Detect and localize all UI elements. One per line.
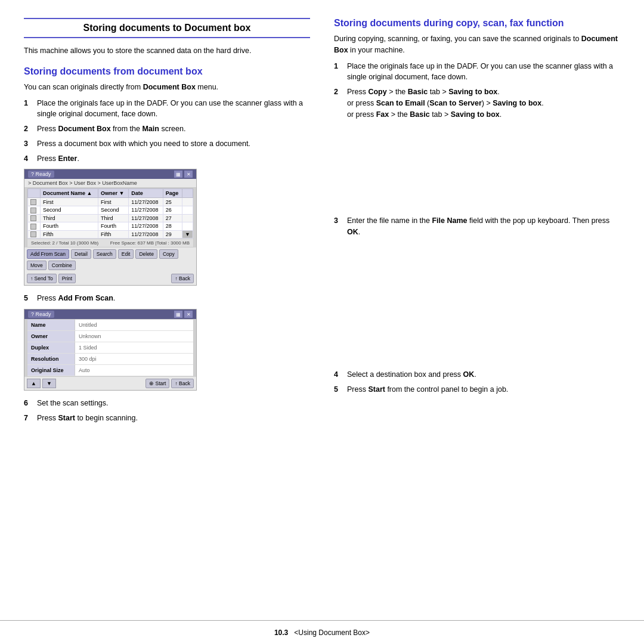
step-6-content: Set the scan settings. (37, 398, 310, 409)
form-label-owner: Owner (27, 331, 75, 342)
table-row: Third Third 11/27/2008 27 (28, 214, 193, 222)
btn-send-to[interactable]: ↑ Send To (27, 274, 57, 283)
row3-owner: Third (98, 214, 129, 222)
row2-extra (182, 206, 193, 214)
ui-titlebar-2: ? Ready ▦ ✕ (24, 309, 196, 319)
col-check (28, 189, 41, 198)
row1-page: 25 (163, 198, 182, 206)
col-page: Page (163, 189, 182, 198)
btn-move[interactable]: Move (27, 261, 47, 270)
btn-copy[interactable]: Copy (159, 249, 178, 259)
step-4-content: Press Enter. (37, 153, 310, 165)
row4-owner: Fourth (98, 222, 129, 231)
col-scroll (182, 189, 193, 198)
right-step-2-content: Press Copy > the Basic tab > Saving to b… (347, 86, 620, 120)
btn-print[interactable]: Print (58, 274, 76, 283)
main-title-box: Storing documents to Document box (24, 18, 310, 38)
row1-name: First (41, 198, 98, 206)
sub-title: Storing documents from document box (24, 66, 310, 77)
btn-search[interactable]: Search (93, 249, 116, 259)
step-2-num: 2 (24, 123, 32, 135)
btn-combine[interactable]: Combine (48, 261, 76, 270)
ui-icon-3[interactable]: ▦ (174, 311, 182, 318)
footer-text: <Using Document Box> (294, 628, 370, 637)
ui-button-row-1: Add From Scan Detail Search Edit Delete … (24, 247, 196, 272)
step-4-num: 4 (24, 153, 32, 165)
row5-date: 11/27/2008 (129, 230, 163, 239)
form-value-owner: Unknown (75, 331, 193, 342)
right-step-1: 1 Place the originals face up in the DAD… (334, 61, 620, 83)
step5-list: 5 Press Add From Scan. (24, 293, 310, 304)
table-row: First First 11/27/2008 25 (28, 198, 193, 206)
right-step-3: 3 Enter the file name in the File Name f… (334, 215, 620, 238)
step-2-content: Press Document Box from the Main screen. (37, 123, 310, 135)
ready-badge-2: ? Ready (28, 311, 54, 318)
form-row-resolution: Resolution 300 dpi (27, 354, 193, 365)
ui-form-bottom: ▲ ▼ ⊕ Start ↑ Back (24, 377, 196, 390)
row2-owner: Second (98, 206, 129, 214)
btn-delete[interactable]: Delete (135, 249, 157, 259)
ui-icon-2[interactable]: ✕ (184, 171, 193, 178)
step-6: 6 Set the scan settings. (24, 398, 310, 409)
step-1-num: 1 (24, 98, 32, 120)
table-row: Fourth Fourth 11/27/2008 28 (28, 222, 193, 231)
ui-titlebar-1: ? Ready ▦ ✕ (24, 169, 196, 179)
footer-page-num: 10.3 <Using Document Box> (274, 628, 370, 637)
right-step-4-num: 4 (334, 369, 342, 380)
btn-back-2[interactable]: ↑ Back (171, 379, 194, 388)
right-step-3-content: Enter the file name in the File Name fie… (347, 215, 620, 238)
btn-edit[interactable]: Edit (118, 249, 134, 259)
row4-date: 11/27/2008 (129, 222, 163, 231)
right-main-title: Storing documents during copy, scan, fax… (334, 18, 620, 29)
right-step-5: 5 Press Start from the control panel to … (334, 384, 620, 395)
ui-icons-2: ▦ ✕ (174, 311, 193, 318)
ui-bottom-row-1: ↑ Send To Print ↑ Back (24, 272, 196, 285)
right-step-2-num: 2 (334, 86, 342, 120)
ui-icon-1[interactable]: ▦ (174, 171, 182, 178)
row3-check (28, 214, 41, 222)
step-3: 3 Press a document box with which you ne… (24, 138, 310, 150)
bottom-left-btns: ↑ Send To Print (27, 274, 76, 283)
ui-breadcrumb-1: > Document Box > User Box > UserBoxName (24, 179, 196, 188)
row1-extra (182, 198, 193, 206)
step-3-content: Press a document box with which you need… (37, 138, 310, 150)
steps-list: 1 Place the originals face up in the DAD… (24, 98, 310, 165)
form-row-name: Name Untitled (27, 320, 193, 331)
row2-date: 11/27/2008 (129, 206, 163, 214)
btn-arrow-up[interactable]: ▲ (27, 379, 41, 388)
step-7-num: 7 (24, 413, 32, 424)
col-owner: Owner ▼ (98, 189, 129, 198)
row1-owner: First (98, 198, 129, 206)
right-step-5-num: 5 (334, 384, 342, 395)
btn-back-1[interactable]: ↑ Back (171, 274, 194, 283)
row4-page: 28 (163, 222, 182, 231)
step-5: 5 Press Add From Scan. (24, 293, 310, 304)
table-row: Second Second 11/27/2008 26 (28, 206, 193, 214)
row1-date: 11/27/2008 (129, 198, 163, 206)
form-label-name: Name (27, 320, 75, 330)
main-title: Storing documents to Document box (83, 23, 251, 33)
right-column: Storing documents during copy, scan, fax… (334, 18, 620, 608)
step-4: 4 Press Enter. (24, 153, 310, 165)
btn-add-from-scan[interactable]: Add From Scan (27, 249, 69, 259)
step-5-content: Press Add From Scan. (37, 293, 310, 304)
right-step-1-num: 1 (334, 61, 342, 83)
row5-page: 29 (163, 230, 182, 239)
btn-start[interactable]: ⊕ Start (145, 379, 169, 388)
form-action-btns: ⊕ Start ↑ Back (145, 379, 194, 388)
right-steps-list: 1 Place the originals face up in the DAD… (334, 61, 620, 395)
table-header-row: Document Name ▲ Owner ▼ Date Page (28, 189, 193, 198)
ui-screenshot-2: ? Ready ▦ ✕ Name Untitled Owner Unknown (24, 309, 197, 391)
ui-icon-4[interactable]: ✕ (184, 311, 193, 318)
form-row-duplex: Duplex 1 Sided (27, 342, 193, 354)
right-step-4: 4 Select a destination box and press OK. (334, 369, 620, 380)
intro-text: This machine allows you to store the sca… (24, 45, 310, 57)
btn-detail[interactable]: Detail (71, 249, 91, 259)
step-6-num: 6 (24, 398, 32, 409)
row5-name: Fifth (41, 230, 98, 239)
btn-arrow-down[interactable]: ▼ (42, 379, 56, 388)
right-step-2: 2 Press Copy > the Basic tab > Saving to… (334, 86, 620, 120)
form-value-origsize: Auto (75, 365, 193, 376)
row4-name: Fourth (41, 222, 98, 231)
step-7-content: Press Start to begin scanning. (37, 413, 310, 424)
